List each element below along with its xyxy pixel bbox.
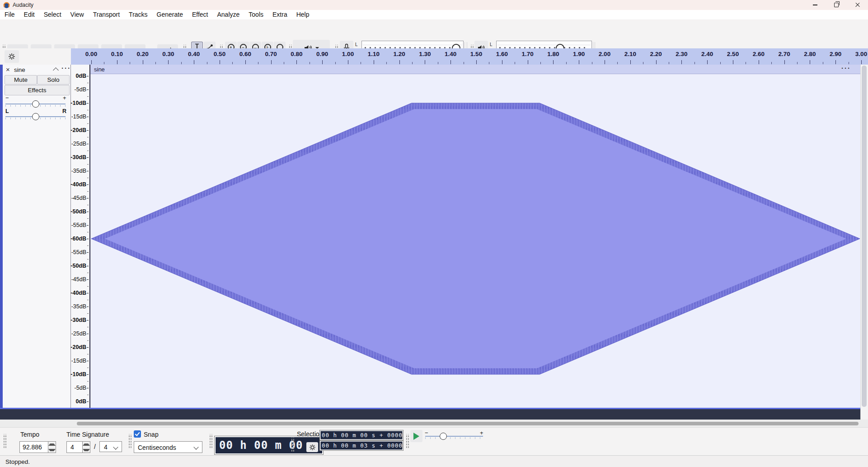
timeline-minor-tick <box>130 62 130 64</box>
menu-transport[interactable]: Transport <box>89 10 124 19</box>
menu-effect[interactable]: Effect <box>188 10 213 19</box>
gain-slider[interactable] <box>32 100 39 108</box>
minimize-button[interactable] <box>804 0 826 10</box>
menu-help[interactable]: Help <box>292 10 314 19</box>
timeline-label: 3.00 <box>855 51 867 57</box>
db-scale-tick <box>87 347 89 348</box>
track-menu-button[interactable]: ··· <box>61 64 71 72</box>
audio-clip[interactable]: sine ··· <box>90 65 861 408</box>
track-name[interactable]: sine <box>14 66 25 73</box>
selection-grip[interactable] <box>291 438 294 452</box>
timeline-label: 1.50 <box>470 51 482 57</box>
db-scale-minor-tick <box>87 178 89 178</box>
close-button[interactable] <box>847 0 868 10</box>
timeline-minor-tick <box>771 62 772 64</box>
db-scale-label: -55dB <box>71 249 86 256</box>
track-collapse-button[interactable] <box>54 68 58 72</box>
menu-extra[interactable]: Extra <box>268 10 292 19</box>
db-scale-label: -20dB <box>70 344 86 351</box>
snap-label[interactable]: Snap <box>144 431 159 438</box>
timeline-major-tick <box>810 60 810 64</box>
dropdown-chevron-icon <box>193 444 198 449</box>
menu-select[interactable]: Select <box>39 10 66 19</box>
db-scale-label: -30dB <box>70 154 86 161</box>
time-display-grip[interactable] <box>209 434 212 448</box>
timeline-label: 0.70 <box>265 51 277 57</box>
tempo-label: Tempo <box>20 431 39 438</box>
vertical-scrollbar-thumb[interactable] <box>862 66 867 407</box>
timeline-major-tick <box>425 60 425 64</box>
effects-button[interactable]: Effects <box>5 85 70 95</box>
timeline-minor-tick <box>720 62 721 64</box>
menu-tracks[interactable]: Tracks <box>124 10 152 19</box>
menu-edit[interactable]: Edit <box>19 10 39 19</box>
snap-checkbox[interactable] <box>134 430 141 438</box>
db-scale-tick <box>87 171 89 171</box>
maximize-button[interactable] <box>826 0 847 10</box>
time-toolbar-grip[interactable] <box>3 434 6 448</box>
clip-header[interactable]: sine ··· <box>90 65 861 74</box>
menu-generate[interactable]: Generate <box>152 10 188 19</box>
pan-slider[interactable] <box>32 113 39 120</box>
timeline-label: 0.10 <box>111 51 123 57</box>
status-bar: Stopped. <box>0 455 868 467</box>
menu-view[interactable]: View <box>66 10 89 19</box>
db-scale-label: -40dB <box>70 181 86 188</box>
mute-button[interactable]: Mute <box>5 75 37 85</box>
timeline-label: 1.30 <box>419 51 431 57</box>
timeline-major-tick <box>553 60 554 64</box>
selection-start-field[interactable]: 00 h 00 m 00 s + 00000 s <box>319 430 404 440</box>
timeline-major-tick <box>245 60 246 64</box>
snap-toolbar-grip[interactable] <box>128 434 131 448</box>
db-scale-minor-tick <box>87 151 89 151</box>
menu-tools[interactable]: Tools <box>244 10 268 19</box>
db-scale-minor-tick <box>87 259 89 259</box>
track-close-button[interactable]: × <box>6 66 10 73</box>
horizontal-scrollbar[interactable] <box>0 420 868 427</box>
db-scale-minor-tick <box>87 395 89 395</box>
pan-right-label: R <box>62 108 66 114</box>
audio-position-value[interactable]: 00 h 00 m 00 s <box>219 439 317 452</box>
selection-options-button[interactable] <box>306 442 318 452</box>
snap-unit-select[interactable]: Centiseconds <box>134 441 202 453</box>
timeline-label: 2.80 <box>804 51 816 57</box>
timeline-major-tick <box>656 60 657 64</box>
timeline-minor-tick <box>592 62 592 64</box>
timeline-major-tick <box>143 60 143 64</box>
timeline-major-tick <box>605 60 605 64</box>
db-vertical-ruler[interactable]: 0dB-5dB-10dB-15dB-20dB-25dB-30dB-35dB-40… <box>71 65 90 408</box>
selection-end-field[interactable]: 00 h 00 m 03 s + 00000 s <box>319 440 404 451</box>
timeline-minor-tick <box>515 62 515 64</box>
timeline-minor-tick <box>181 62 182 64</box>
time-signature-separator: / <box>94 443 96 450</box>
timeline-options-button[interactable] <box>5 50 19 63</box>
speed-slider-track[interactable] <box>425 436 483 437</box>
timeline-major-tick <box>681 60 682 64</box>
timeline-ruler[interactable]: 0.000.100.200.300.400.500.600.700.800.90… <box>71 48 868 65</box>
tempo-spinner[interactable] <box>48 441 56 453</box>
gain-min-label: − <box>5 94 9 101</box>
db-scale-minor-tick <box>87 340 89 341</box>
db-scale-tick <box>87 266 89 266</box>
db-scale-label: -30dB <box>70 316 86 324</box>
timeline-minor-tick <box>310 62 310 64</box>
time-signature-lower-select[interactable]: 4 <box>99 441 122 452</box>
solo-button[interactable]: Solo <box>37 75 70 85</box>
clip-menu-button[interactable]: ··· <box>841 64 851 72</box>
menu-file[interactable]: File <box>0 10 19 19</box>
horizontal-scrollbar-thumb[interactable] <box>77 422 859 425</box>
timeline-major-tick <box>374 60 374 64</box>
timeline-major-tick <box>861 60 862 64</box>
vertical-scrollbar[interactable] <box>860 65 868 420</box>
menu-analyze[interactable]: Analyze <box>213 10 244 19</box>
speed-slider[interactable] <box>440 433 447 440</box>
waveform[interactable] <box>90 74 861 408</box>
time-signature-spinner[interactable] <box>82 441 90 453</box>
play-at-speed-grip[interactable] <box>405 434 409 448</box>
db-scale-label: -35dB <box>71 167 86 175</box>
db-scale-minor-tick <box>87 218 89 219</box>
timeline-label: 0.40 <box>188 51 200 57</box>
tempo-input[interactable]: 92.886 <box>19 441 51 453</box>
timeline-label: 2.10 <box>624 51 636 57</box>
play-at-speed-button[interactable] <box>410 430 422 442</box>
